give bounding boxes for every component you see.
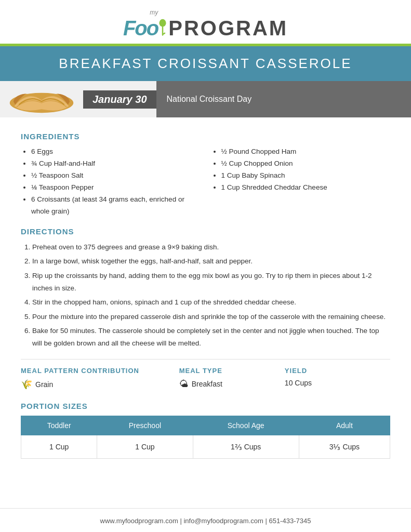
grain-icon: 🌾 [21,379,32,390]
meal-type-value: 🌤 Breakfast [179,379,285,390]
ingredients-right-col: ½ Pound Chopped Ham ½ Cup Chopped Onion … [211,146,391,218]
meal-type-col: MEAL TYPE 🌤 Breakfast [179,367,285,390]
directions-title: DIRECTIONS [21,227,390,236]
list-item: ½ Pound Chopped Ham [221,146,391,158]
logo-my: my [150,9,158,16]
meal-type-text: Breakfast [192,380,222,388]
logo-area: my Foo PROGRAM [0,0,411,45]
portion-sizes-title: PORTION SIZES [21,402,390,410]
yield-value: 10 Cups [285,379,390,387]
table-header-adult: Adult [299,416,390,435]
ingredients-title: INGREDIENTS [21,132,390,141]
meal-pattern-label: MEAL PATTERN CONTRIBUTION [21,367,179,375]
spoon-icon [157,19,168,37]
holiday-label: National Croissant Day [156,81,411,117]
list-item: 1 Cup Baby Spinach [221,170,391,182]
page: my Foo PROGRAM BREAKFAST CROISSANT CASSE… [0,0,411,532]
date-badge: January 30 [83,90,156,109]
portion-preschool: 1 Cup [97,435,193,458]
list-item: Preheat oven to 375 degrees and grease a… [32,241,390,254]
meal-pattern-contribution-col: MEAL PATTERN CONTRIBUTION 🌾 Grain [21,367,179,390]
table-header-toddler: Toddler [21,416,97,435]
portion-table: Toddler Preschool School Age Adult 1 Cup… [21,416,390,459]
meal-pattern-value: 🌾 Grain [21,379,179,390]
list-item: 1 Cup Shredded Cheddar Cheese [221,182,391,194]
content-area: INGREDIENTS 6 Eggs ¾ Cup Half-and-Half ½… [0,117,411,501]
footer: www.myfoodprogram.com | info@myfoodprogr… [0,508,411,532]
meal-pattern-row: MEAL PATTERN CONTRIBUTION 🌾 Grain MEAL T… [21,359,390,390]
list-item: Pour the mixture into the prepared casse… [32,311,390,323]
holiday-text: National Croissant Day [167,95,252,104]
table-header-row: Toddler Preschool School Age Adult [21,416,390,435]
list-item: ½ Cup Chopped Onion [221,158,391,170]
ingredients-right-list: ½ Pound Chopped Ham ½ Cup Chopped Onion … [211,146,391,194]
ingredients-left-col: 6 Eggs ¾ Cup Half-and-Half ½ Teaspoon Sa… [21,146,201,218]
portion-adult: 3⅓ Cups [299,435,390,458]
portion-section: PORTION SIZES Toddler Preschool School A… [21,402,390,459]
table-header-preschool: Preschool [97,416,193,435]
list-item: Stir in the chopped ham, onions, spinach… [32,296,390,309]
list-item: In a large bowl, whisk together the eggs… [32,255,390,268]
list-item: ⅛ Teaspoon Pepper [31,182,201,194]
logo-wrapper: my Foo PROGRAM [0,9,411,38]
ingredients-columns: 6 Eggs ¾ Cup Half-and-Half ½ Teaspoon Sa… [21,146,390,218]
recipe-title: BREAKFAST CROISSANT CASSEROLE [0,46,411,81]
svg-point-0 [160,19,166,27]
logo-food: Foo [123,18,158,38]
meal-type-label: MEAL TYPE [179,367,285,375]
croissant-image [0,81,83,117]
date-strip: January 30 National Croissant Day [0,81,411,117]
meal-pattern-contribution: Grain [35,380,53,389]
footer-text: www.myfoodprogram.com | info@myfoodprogr… [100,517,311,525]
yield-label: YIELD [285,367,390,375]
yield-text: 10 Cups [285,379,312,387]
list-item: ¾ Cup Half-and-Half [31,158,201,170]
logo-top-row: my Foo PROGRAM [123,9,288,38]
list-item: Rip up the croissants by hand, adding th… [32,270,390,294]
recipe-date: January 30 [92,94,147,105]
portion-school-age: 1⅔ Cups [193,435,299,458]
list-item: ½ Teaspoon Salt [31,170,201,182]
ingredients-left-list: 6 Eggs ¾ Cup Half-and-Half ½ Teaspoon Sa… [21,146,201,218]
list-item: 6 Croissants (at least 34 grams each, en… [31,194,201,218]
directions-list: Preheat oven to 375 degrees and grease a… [21,241,390,350]
list-item: 6 Eggs [31,146,201,158]
list-item: Bake for 50 minutes. The casserole shoul… [32,325,390,349]
table-header-school-age: School Age [193,416,299,435]
table-row: 1 Cup 1 Cup 1⅔ Cups 3⅓ Cups [21,435,390,458]
breakfast-icon: 🌤 [179,379,189,390]
portion-toddler: 1 Cup [21,435,97,458]
yield-col: YIELD 10 Cups [285,367,390,390]
logo-program: PROGRAM [168,18,288,38]
